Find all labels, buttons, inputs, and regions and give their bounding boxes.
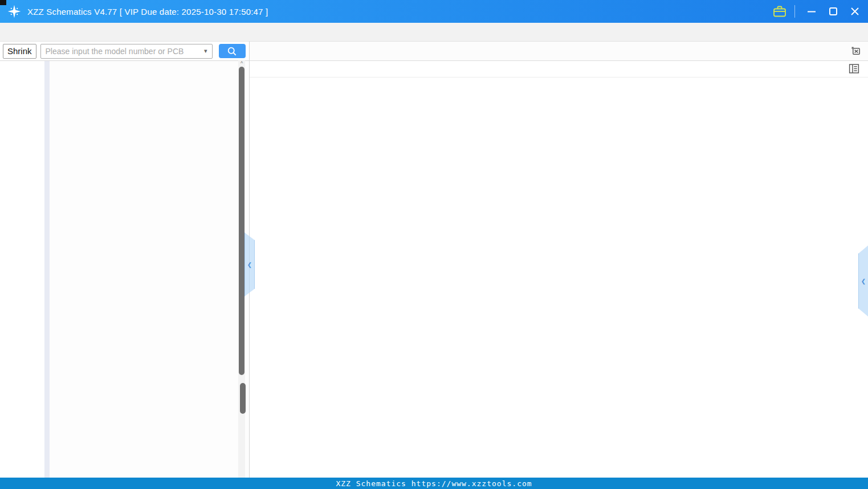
window-title: XZZ Schematics V4.77 [ VIP Due date: 202… — [27, 7, 268, 17]
chevron-down-icon[interactable]: ▾ — [204, 47, 212, 55]
layout-panel-icon[interactable] — [848, 63, 860, 77]
title-bar: XZZ Schematics V4.77 [ VIP Due date: 202… — [0, 0, 868, 23]
pcb-toolbar — [250, 61, 868, 78]
collapse-right-handle[interactable]: ❮ — [858, 245, 868, 317]
left-panel: Shrink ▾ — [0, 42, 250, 478]
close-button[interactable] — [846, 3, 863, 19]
status-text: XZZ Schematics https://www.xzztools.com — [336, 479, 532, 488]
pcb-board-canvas[interactable] — [250, 78, 868, 478]
corner-notch — [0, 0, 6, 5]
search-button[interactable] — [219, 44, 246, 58]
titlebar-separator — [794, 5, 795, 18]
status-bar: XZZ Schematics https://www.xzztools.com — [0, 478, 868, 489]
tab-row — [250, 42, 868, 61]
app-logo-icon — [7, 4, 22, 19]
collapse-tree-handle[interactable]: ❮ — [244, 233, 255, 296]
sidebar-scroll-strip[interactable] — [44, 61, 50, 478]
category-sidebar — [0, 61, 44, 478]
shrink-button[interactable]: Shrink — [3, 44, 36, 59]
tree-scrollbar-thumb[interactable] — [239, 67, 244, 375]
scroll-up-arrow-icon[interactable]: ^ — [239, 60, 244, 66]
menu-bar — [0, 23, 868, 42]
secondary-scrollbar-thumb[interactable] — [240, 383, 246, 414]
search-row: Shrink ▾ — [0, 42, 249, 61]
app-window: XZZ Schematics V4.77 [ VIP Due date: 202… — [0, 0, 868, 489]
file-tree — [50, 61, 249, 478]
close-view-icon[interactable] — [850, 46, 861, 59]
license-briefcase-icon[interactable] — [773, 5, 787, 18]
model-search-box[interactable]: ▾ — [40, 44, 213, 59]
minimize-button[interactable] — [803, 3, 820, 19]
pcb-viewer[interactable] — [250, 78, 868, 478]
right-panel — [250, 42, 868, 478]
maximize-button[interactable] — [825, 3, 842, 19]
search-input[interactable] — [41, 47, 204, 56]
